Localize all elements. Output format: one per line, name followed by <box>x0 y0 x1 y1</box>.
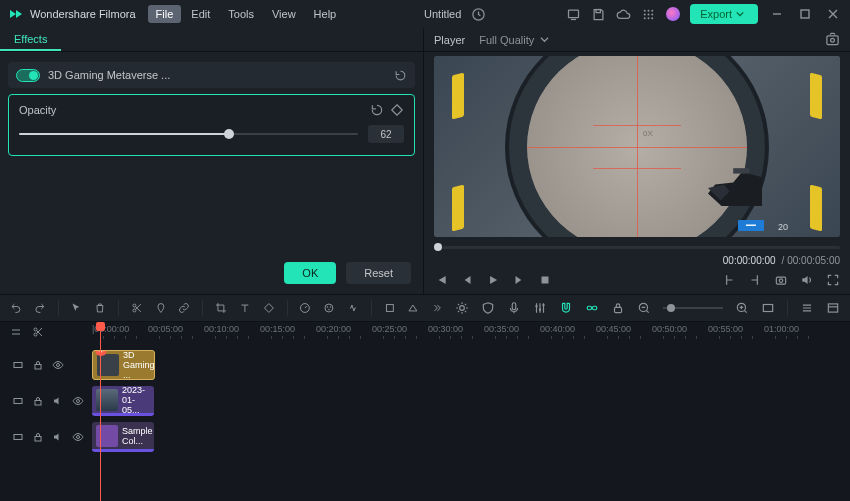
window-maximize[interactable] <box>796 5 814 23</box>
track-lock-icon[interactable] <box>32 359 44 371</box>
history-icon[interactable] <box>471 7 486 22</box>
avatar[interactable] <box>666 7 680 21</box>
track-mute-icon[interactable] <box>52 431 64 443</box>
color-icon[interactable] <box>323 301 335 315</box>
track-eye-icon[interactable] <box>72 395 84 407</box>
track-lock-icon[interactable] <box>32 395 44 407</box>
hud-scale: 20 <box>778 222 788 232</box>
mic-icon[interactable] <box>507 301 521 315</box>
save-icon[interactable] <box>591 7 606 22</box>
player-controls <box>424 266 850 294</box>
mark-in-icon[interactable] <box>722 273 736 287</box>
track-settings-icon[interactable] <box>12 395 24 407</box>
effect-toggle[interactable] <box>16 69 40 82</box>
opacity-value[interactable]: 62 <box>368 125 404 143</box>
zoom-in-icon[interactable] <box>735 301 749 315</box>
svg-point-43 <box>57 364 60 367</box>
window-minimize[interactable] <box>768 5 786 23</box>
track-lock-icon[interactable] <box>32 431 44 443</box>
device-icon[interactable] <box>566 7 581 22</box>
zoom-out-icon[interactable] <box>637 301 651 315</box>
mark-out-icon[interactable] <box>748 273 762 287</box>
redo-icon[interactable] <box>34 301 46 315</box>
tracks: ✶3D Gaming ... 2023-01-05... Sample Col.… <box>0 344 850 452</box>
prev-clip-icon[interactable] <box>434 273 448 287</box>
keyframe-icon[interactable] <box>390 103 404 117</box>
svg-rect-47 <box>14 435 22 440</box>
reset-button[interactable]: Reset <box>346 262 411 284</box>
menu-edit[interactable]: Edit <box>183 5 218 23</box>
reset-param-icon[interactable] <box>370 103 384 117</box>
snapshot-icon[interactable] <box>825 32 840 47</box>
svg-rect-42 <box>35 365 41 370</box>
cloud-icon[interactable] <box>616 7 631 22</box>
fit-icon[interactable] <box>761 301 775 315</box>
track-eye-icon[interactable] <box>52 359 64 371</box>
split-icon[interactable] <box>131 301 143 315</box>
hud-badge: ━━ <box>738 220 764 231</box>
timeline[interactable]: |00:00:0000:05:0000:10:0000:15:0000:20:0… <box>0 322 850 479</box>
panel-icon[interactable] <box>826 301 840 315</box>
shield-icon[interactable] <box>481 301 495 315</box>
svg-rect-17 <box>776 277 785 284</box>
preview-viewport[interactable]: 0X ━━ 20 <box>434 56 840 237</box>
link-snap-icon[interactable] <box>585 301 599 315</box>
track-mute-icon[interactable] <box>52 395 64 407</box>
marker-icon[interactable] <box>155 301 167 315</box>
svg-point-10 <box>648 17 650 19</box>
step-fwd-icon[interactable] <box>512 273 526 287</box>
menu-tools[interactable]: Tools <box>220 5 262 23</box>
speed-icon[interactable] <box>299 301 311 315</box>
opacity-slider[interactable] <box>19 127 358 141</box>
crop-icon[interactable] <box>215 301 227 315</box>
menu-view[interactable]: View <box>264 5 304 23</box>
ok-button[interactable]: OK <box>284 262 336 284</box>
volume-icon[interactable] <box>800 273 814 287</box>
fullscreen-icon[interactable] <box>826 273 840 287</box>
track-settings-icon[interactable] <box>12 359 24 371</box>
track-add-icon[interactable] <box>10 326 22 338</box>
audio-edit-icon[interactable] <box>347 301 359 315</box>
clip-video[interactable]: 2023-01-05... <box>92 386 154 416</box>
zoom-slider[interactable] <box>663 307 723 309</box>
lock-icon[interactable] <box>611 301 625 315</box>
clip-sample[interactable]: Sample Col... <box>92 422 154 452</box>
magnet-icon[interactable] <box>559 301 573 315</box>
window-close[interactable] <box>824 5 842 23</box>
svg-point-27 <box>460 306 465 311</box>
time-ruler[interactable]: |00:00:0000:05:0000:10:0000:15:0000:20:0… <box>0 322 850 344</box>
enhance-icon[interactable] <box>455 301 469 315</box>
keyframe-tool-icon[interactable] <box>263 301 275 315</box>
capture-icon[interactable] <box>774 273 788 287</box>
stop-icon[interactable] <box>538 273 552 287</box>
track-settings-icon[interactable] <box>12 431 24 443</box>
step-back-icon[interactable] <box>460 273 474 287</box>
effects-tabs: Effects <box>0 28 423 52</box>
scrub-bar[interactable] <box>434 241 840 253</box>
undo-icon[interactable] <box>10 301 22 315</box>
track-eye-icon[interactable] <box>72 431 84 443</box>
text-icon[interactable] <box>239 301 251 315</box>
ruler-mark: |00:00:00 <box>92 324 129 334</box>
delete-icon[interactable] <box>94 301 106 315</box>
tool-b-icon[interactable] <box>407 301 419 315</box>
svg-point-14 <box>831 38 835 42</box>
tool-a-icon[interactable] <box>384 301 396 315</box>
export-button[interactable]: Export <box>690 4 758 24</box>
tab-effects[interactable]: Effects <box>0 28 61 51</box>
apps-icon[interactable] <box>641 7 656 22</box>
menu-help[interactable]: Help <box>306 5 345 23</box>
list-icon[interactable] <box>800 301 814 315</box>
pointer-icon[interactable] <box>70 301 82 315</box>
quality-select[interactable]: Full Quality <box>479 34 549 46</box>
cut-tool-icon[interactable] <box>32 326 44 338</box>
more-icon[interactable] <box>431 301 443 315</box>
link-icon[interactable] <box>178 301 190 315</box>
refresh-icon[interactable] <box>394 69 407 82</box>
mixer-icon[interactable] <box>533 301 547 315</box>
svg-point-29 <box>535 305 537 307</box>
menu-file[interactable]: File <box>148 5 182 23</box>
track-3: Sample Col... <box>0 422 850 452</box>
clip-effect[interactable]: ✶3D Gaming ... <box>92 350 155 380</box>
play-icon[interactable] <box>486 273 500 287</box>
